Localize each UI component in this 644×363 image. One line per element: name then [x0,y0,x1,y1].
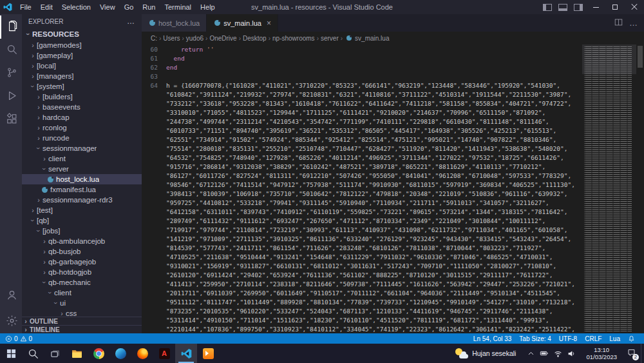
breadcrumb-item-np-showrooms[interactable]: np-showrooms [272,35,315,42]
cursor-position[interactable]: Ln 54, Col 33 [469,333,516,344]
chevron-right-icon: › [41,155,48,162]
minimize-button[interactable] [586,0,605,14]
tree-item-gameplay[interactable]: ›[gameplay] [22,50,142,61]
close-icon[interactable]: × [267,19,271,28]
language-indicator[interactable]: Lua [605,333,624,344]
menu-help[interactable]: Help [196,0,220,14]
activity-extensions[interactable] [0,108,22,132]
minimap[interactable] [582,44,636,333]
activity-settings[interactable] [0,310,22,333]
encoding-indicator[interactable]: UTF-8 [555,333,581,344]
tree-item-jobs[interactable]: ›[jobs] [22,226,142,236]
code-line: "64532","754825","748940","127928","6852… [142,153,582,162]
menu-run[interactable]: Run [138,0,160,14]
wifi-icon[interactable] [554,349,562,358]
taskbar-chrome-button[interactable] [88,344,109,363]
menu-terminal[interactable]: Terminal [160,0,196,14]
taskbar-vscode-button[interactable] [175,344,197,363]
toggle-panel-icon[interactable] [558,4,567,11]
tree-item-qb-mechanic[interactable]: ›qb-mechanic [22,277,142,288]
tab-sv-main-lua[interactable]: sv_main.lua× [207,14,278,32]
tab-size-indicator[interactable]: Tab Size: 4 [515,333,554,344]
tree-item-host-lock-lua[interactable]: host_lock.lua [22,174,142,184]
tree-item-builders[interactable]: ›[builders] [22,92,142,102]
tree-item-sessionmanager-rdr3[interactable]: ›sessionmanager-rdr3 [22,195,142,205]
tree-item-baseevents[interactable]: ›baseevents [22,102,142,112]
panel-outline[interactable]: ›OUTLINE [22,317,142,325]
eol-indicator[interactable]: CRLF [581,333,605,344]
tree-item-qb-busjob[interactable]: ›qb-busjob [22,246,142,257]
activity-source-control[interactable] [0,62,22,85]
taskbar-start-button[interactable] [0,344,22,363]
vertical-scrollbar[interactable] [636,44,644,333]
taskbar-fivem-button[interactable] [197,344,219,363]
maximize-button[interactable] [605,0,625,14]
tree-item-server[interactable]: ›server [22,164,142,174]
notifications-bell[interactable] [624,333,639,344]
volume-icon[interactable] [567,349,576,358]
tree-item-hardcap[interactable]: ›hardcap [22,112,142,123]
close-button[interactable] [625,0,644,14]
taskbar-search-button[interactable] [22,344,44,363]
battery-icon[interactable] [540,349,549,358]
action-center-button[interactable]: 2 [622,344,641,363]
menu-view[interactable]: View [95,0,120,14]
activity-run-debug[interactable] [0,85,22,108]
tree-item-qb-ambulancejob[interactable]: ›qb-ambulancejob [22,236,142,246]
minimap-slider[interactable] [582,44,636,74]
tree-item-css[interactable]: ›css [22,308,142,317]
taskbar-adobe-button[interactable] [153,344,175,363]
taskbar-file-explorer-button[interactable] [66,344,88,363]
menu-edit[interactable]: Edit [36,0,57,14]
taskbar-task-view-button[interactable] [44,344,66,363]
taskbar-firefox-button[interactable] [131,344,153,363]
tree-item-runcode[interactable]: ›runcode [22,133,142,143]
breadcrumb-item-c[interactable]: C: [151,35,157,42]
code-editor[interactable]: 60 return ''61 end62end6364h = {16607700… [142,44,582,333]
breadcrumb-item-users[interactable]: Users [163,35,180,42]
tree-item-local[interactable]: ›[local] [22,61,142,71]
scrollbar-thumb[interactable] [638,46,643,68]
chevron-down-icon: › [35,144,43,152]
code-line: "398413","810039","106918","735710","501… [142,190,582,199]
menu-file[interactable]: File [15,0,36,14]
tree-item-fxmanifest-lua[interactable]: fxmanifest.lua [22,184,142,195]
breadcrumb-item-server[interactable]: server [321,35,339,42]
activity-explorer[interactable] [0,15,22,39]
tab-host-lock-lua[interactable]: host_lock.lua [142,14,207,32]
breadcrumb-item-sv-main-lua[interactable]: sv_main.lua [355,35,389,42]
tree-item-qb[interactable]: ›[qb] [22,215,142,226]
breadcrumb-item-yudo6[interactable]: yudo6 [186,35,204,42]
tree-item-sessionmanager[interactable]: ›sessionmanager [22,143,142,153]
more-actions-icon[interactable]: … [629,18,638,28]
chevron-right-icon: › [35,124,43,132]
tree-item-ui[interactable]: ›ui [22,298,142,308]
toggle-secondary-sidebar-icon[interactable] [574,4,583,11]
tree-item-system[interactable]: ›[system] [22,81,142,92]
panel-timeline[interactable]: ›TIMELINE [22,325,142,333]
tree-item-qb-garbagejob[interactable]: ›qb-garbagejob [22,257,142,267]
menu-selection[interactable]: Selection [57,0,95,14]
activity-search[interactable] [0,39,22,62]
menu-go[interactable]: Go [120,0,138,14]
section-resources[interactable]: › RESOURCES [22,28,142,40]
tree-item-client[interactable]: ›client [22,288,142,298]
activity-account[interactable] [0,284,22,308]
show-desktop-button[interactable] [641,344,644,363]
chevron-up-icon[interactable] [527,350,535,357]
weather-widget[interactable]: Hujan sesekali [449,344,522,363]
taskbar-clock[interactable]: 13:10 01/03/2023 [581,344,622,363]
sidebar-more-actions-icon[interactable]: … [127,17,135,26]
tree-item-gamemodes[interactable]: ›[gamemodes] [22,40,142,50]
tree-item-test[interactable]: ›[test] [22,205,142,215]
toggle-sidebar-icon[interactable] [543,4,552,11]
tree-item-client[interactable]: ›client [22,153,142,164]
tree-item-managers[interactable]: ›[managers] [22,71,142,81]
breadcrumb-item-desktop[interactable]: Desktop [243,35,267,42]
tree-item-qb-hotdogjob[interactable]: ›qb-hotdogjob [22,267,142,277]
problems-indicator[interactable]: 0 0 [5,333,36,344]
tree-item-rconlog[interactable]: ›rconlog [22,123,142,133]
taskbar-edge-button[interactable] [109,344,131,363]
breadcrumb-item-onedrive[interactable]: OneDrive [209,35,236,42]
split-editor-icon[interactable] [614,17,623,29]
